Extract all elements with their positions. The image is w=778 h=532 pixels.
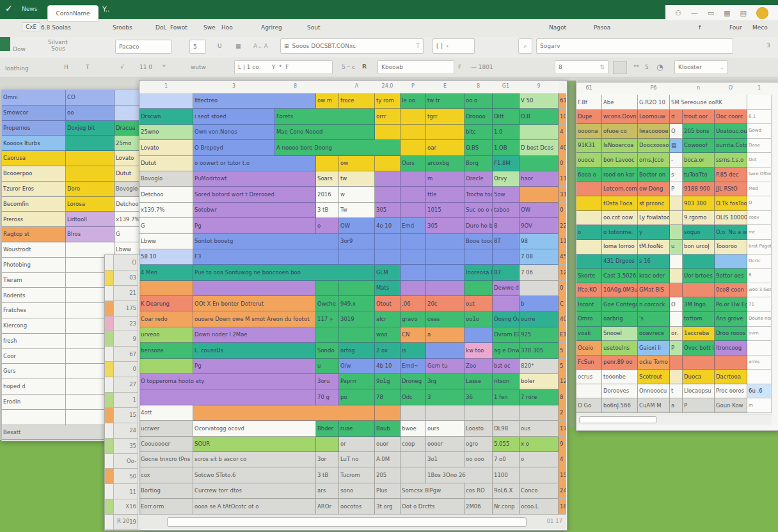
row-number-grid[interactable]: ()0321175239670271152435Oo-5011X1619 (105, 255, 139, 530)
cell[interactable]: 0 (114, 362, 138, 377)
cell[interactable]: Dupe (576, 110, 602, 125)
cell[interactable]: G.R2O 10 (638, 95, 670, 110)
cell[interactable]: 24 (114, 423, 138, 439)
cell[interactable]: Detchoo (115, 197, 139, 212)
cell[interactable]: 3 (193, 81, 275, 92)
font-name-combo[interactable]: Pacaco (115, 40, 171, 54)
cell[interactable] (464, 249, 493, 265)
cell[interactable] (520, 281, 559, 296)
cell[interactable]: F3 (193, 249, 339, 265)
cell[interactable]: Kiercong (2, 318, 66, 334)
cell[interactable]: Propernos (2, 121, 66, 136)
cell[interactable]: 3019 (339, 311, 375, 327)
cell[interactable] (464, 281, 493, 296)
cell[interactable]: ouoce (576, 153, 602, 168)
cell[interactable] (316, 81, 339, 92)
cell[interactable]: st prconc (638, 196, 670, 211)
cell[interactable] (339, 249, 375, 265)
cell[interactable]: ocoo.L (520, 499, 559, 514)
cell[interactable]: A (339, 81, 375, 92)
font-color-icon[interactable]: A⌄ A (253, 43, 268, 49)
cell[interactable]: G (139, 218, 193, 233)
cell[interactable]: Booe toooo (464, 234, 493, 249)
cell[interactable] (747, 95, 772, 110)
cell[interactable]: 11 (559, 171, 566, 187)
tab-extra-1[interactable]: Nagot (549, 24, 566, 31)
cell[interactable] (66, 166, 115, 182)
tab-extra-3[interactable]: f (699, 24, 701, 31)
cell[interactable]: 903 300 (683, 196, 715, 211)
cell[interactable]: oocotos (339, 499, 375, 514)
cell[interactable] (401, 452, 426, 467)
formula-bar[interactable]: ⊞ Sooos DOCSBT.CONxc T (280, 38, 424, 54)
cell[interactable]: Oot o Drctts (401, 499, 464, 514)
cell[interactable] (493, 296, 520, 311)
tab-extra-2[interactable]: Pasoa (594, 24, 610, 31)
cell[interactable]: kw too (464, 343, 493, 358)
cell[interactable]: brat Pagob (747, 240, 772, 254)
cell[interactable]: 3oru (316, 374, 339, 389)
cell[interactable] (576, 211, 602, 226)
cell[interactable]: 1 fen (493, 389, 520, 405)
cell[interactable]: LuT no (339, 452, 375, 467)
cell[interactable]: Cowooof (683, 139, 715, 153)
cell[interactable]: Rodents (2, 288, 66, 303)
cell[interactable]: Odc (401, 389, 426, 405)
cell[interactable]: froce (339, 93, 375, 109)
cell[interactable]: bitc (464, 125, 493, 140)
cell[interactable]: fresh (2, 334, 66, 349)
cell[interactable] (105, 317, 114, 332)
cell[interactable]: 12 (559, 265, 566, 280)
cell[interactable]: 370 305 (520, 343, 559, 358)
cell[interactable]: Omro (576, 312, 602, 327)
cell[interactable]: 10 (559, 109, 566, 124)
cell[interactable]: i seot stoed (193, 109, 275, 124)
cell[interactable]: 98 (520, 234, 559, 249)
cell[interactable]: 1.OB (493, 140, 520, 155)
cell[interactable]: bwoe (401, 421, 426, 436)
cell[interactable]: tgrr (426, 109, 464, 124)
cell[interactable]: 3or9 (339, 234, 375, 249)
cell[interactable]: Proc ooros (715, 384, 747, 399)
cell[interactable]: Goun Kow (715, 398, 747, 413)
cell[interactable]: 0 (559, 281, 566, 296)
cell[interactable]: arms (747, 356, 772, 370)
account-badge[interactable] (756, 7, 768, 19)
cell[interactable]: arcoxbg (426, 156, 464, 171)
cell[interactable]: is (401, 343, 426, 358)
cell[interactable]: s 16 (638, 254, 670, 269)
cell[interactable]: 9 (520, 81, 559, 92)
cell[interactable]: Dutut (115, 166, 139, 182)
cell[interactable]: 71 (747, 297, 772, 312)
cell[interactable]: ourre (520, 311, 559, 327)
cell[interactable]: 4ott (139, 405, 193, 421)
cell[interactable]: Ans grove (715, 312, 747, 327)
cell[interactable]: voak (576, 327, 602, 341)
cell[interactable]: 9 (559, 437, 566, 452)
cell[interactable]: Itroncoog (715, 341, 747, 356)
cell[interactable]: Gocne tnxcro tPns (139, 452, 193, 467)
cell[interactable]: Cast 3.5026 (602, 269, 638, 283)
borders-icon[interactable]: ▦ (235, 43, 241, 49)
cell[interactable]: Tieram (2, 273, 66, 288)
cell[interactable]: Borg (464, 156, 493, 171)
cell[interactable]: A noooo bore Doong (275, 140, 401, 155)
cell[interactable]: Baub (375, 421, 401, 436)
cell[interactable] (105, 286, 114, 301)
cell[interactable]: 8 (493, 218, 520, 233)
cell[interactable]: () (114, 255, 138, 270)
cell[interactable]: 23 (114, 317, 138, 332)
cell[interactable] (401, 171, 426, 187)
cell[interactable]: 175 (114, 301, 138, 317)
cell[interactable] (520, 125, 559, 140)
cell[interactable]: P (670, 182, 683, 197)
right-column-header-strip[interactable]: 61P6nO1 (576, 82, 772, 96)
cell[interactable] (426, 234, 464, 249)
cell[interactable]: Ovoc bott i (683, 341, 715, 356)
cell[interactable]: 7 o0 (493, 452, 520, 467)
cell[interactable]: X16 (114, 499, 138, 515)
cell[interactable]: Lbww (139, 234, 193, 249)
cell[interactable]: Ie oo (401, 93, 426, 109)
tab-insert[interactable]: Sroobs (113, 24, 132, 31)
cell[interactable]: 1 (139, 81, 193, 92)
